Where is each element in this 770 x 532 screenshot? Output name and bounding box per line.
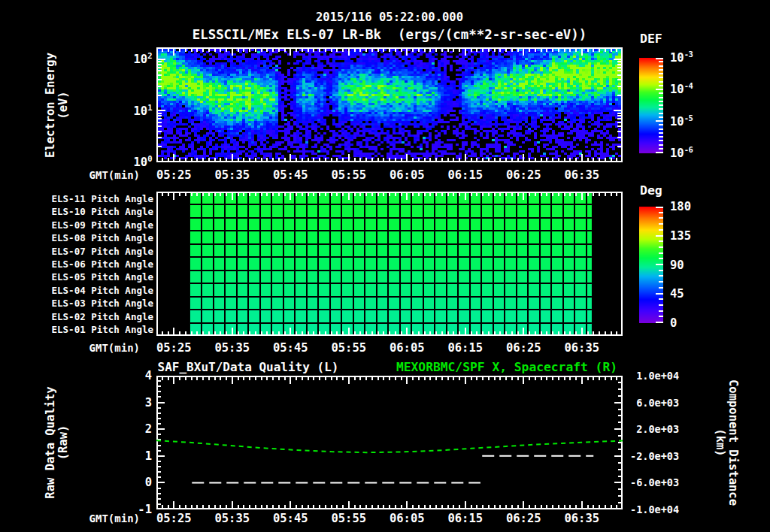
def-colorbar-tick: 10-3 (670, 51, 693, 65)
deg-colorbar-title: Deg (640, 183, 662, 198)
pitch-row-label: ELS-11 Pitch Angle (0, 192, 153, 204)
pitch-row-label: ELS-06 Pitch Angle (0, 258, 153, 269)
deg-colorbar-tick: 180 (670, 200, 691, 213)
def-colorbar (639, 58, 663, 153)
xtick-label: 05:25 (147, 512, 200, 525)
xtick-label: 05:55 (323, 341, 375, 355)
def-colorbar-tick: 10-6 (670, 147, 693, 160)
quality-ytick: -1 (98, 503, 152, 516)
deg-colorbar-tick: 135 (670, 229, 691, 243)
def-colorbar-tick: 10-5 (670, 115, 693, 128)
xtick-label: 06:15 (439, 341, 492, 355)
page: 2015/116 05:22:00.000 ELSSCIL/MEx ELS-07… (0, 0, 770, 532)
deg-colorbar (639, 207, 663, 323)
xtick-label: 05:35 (206, 168, 259, 182)
xtick-label: 05:35 (206, 341, 259, 355)
electron-energy-spectrogram-canvas (156, 47, 623, 162)
distance-ytick: -2.0e+03 (630, 450, 679, 462)
xtick-label: 06:05 (380, 341, 433, 355)
quality-ytick: 2 (98, 422, 152, 436)
xtick-label: 05:45 (264, 341, 317, 355)
energy-ylabel: Electron Energy(eV) (44, 53, 70, 158)
xtick-label: 05:25 (147, 168, 200, 182)
distance-ytick: 1.0e+04 (630, 370, 679, 382)
xtick-label: 06:15 (439, 512, 492, 525)
pitch-angle-canvas (156, 192, 623, 336)
distance-ylabel: Component Distance(km) (714, 379, 739, 506)
distance-ytick: -1.0e+04 (630, 503, 679, 515)
pitch-row-label: ELS-05 Pitch Angle (0, 271, 153, 283)
distance-ytick: 6.0e+03 (630, 397, 679, 409)
quality-title-right: MEXORBMC/SPF X, Spacecraft (R) (387, 360, 626, 374)
xtick-label: 05:45 (264, 512, 317, 525)
deg-colorbar-tick: 0 (670, 316, 677, 330)
xtick-label: 05:45 (264, 168, 317, 182)
xtick-label: 06:25 (497, 512, 550, 525)
energy-ytick: 100 (98, 156, 152, 169)
deg-colorbar-tick: 45 (670, 287, 684, 301)
xtick-label: 06:05 (380, 168, 433, 182)
pitch-row-label: ELS-04 Pitch Angle (0, 284, 153, 295)
pitch-row-label: ELS-07 Pitch Angle (0, 245, 153, 256)
xtick-label: 05:25 (147, 341, 200, 355)
title-units: (ergs/(cm**2-sr-sec-eV)) (398, 27, 587, 42)
pitch-row-label: ELS-08 Pitch Angle (0, 232, 153, 243)
title-line2: ELSSCIL/MEx ELS-07 LR-Bk(ergs/(cm**2-sr-… (156, 27, 623, 42)
title-datetime: 2015/116 05:22:00.000 (156, 11, 623, 24)
def-colorbar-tick: 10-4 (670, 83, 693, 96)
quality-ytick: 4 (98, 369, 152, 382)
energy-ytick: 101 (98, 104, 152, 118)
xtick-label: 06:35 (556, 512, 608, 525)
xtick-label: 06:05 (380, 512, 433, 525)
quality-canvas (156, 376, 623, 509)
quality-ytick: 1 (98, 449, 152, 463)
energy-ytick: 102 (98, 53, 152, 66)
pitch-row-label: ELS-09 Pitch Angle (0, 219, 153, 230)
distance-ytick: 2.0e+03 (630, 423, 679, 435)
title-instrument: ELSSCIL/MEx ELS-07 LR-Bk (192, 27, 381, 42)
quality-ytick: 3 (98, 396, 152, 410)
xtick-label: 05:35 (206, 512, 259, 525)
xtick-label: 06:35 (556, 341, 608, 355)
def-colorbar-title: DEF (640, 32, 662, 46)
xtick-label: 06:15 (439, 168, 492, 182)
xtick-label: 06:25 (497, 341, 550, 355)
quality-ylabel: Raw Data Quality(Raw) (44, 386, 70, 498)
pitch-row-label: ELS-03 Pitch Angle (0, 298, 153, 309)
deg-colorbar-tick: 90 (670, 258, 684, 272)
xtick-label: 05:55 (323, 168, 375, 182)
xtick-label: 06:25 (497, 168, 550, 182)
pitch-row-label: ELS-10 Pitch Angle (0, 206, 153, 217)
xtick-label: 06:35 (556, 168, 608, 182)
quality-title-left: SAF_BXuT/Data Quality (L) (156, 360, 340, 374)
distance-ytick: -6.0e+03 (630, 476, 679, 488)
gmt-axis-label: GMT(min) (68, 169, 140, 181)
gmt-axis-label: GMT(min) (68, 342, 140, 354)
pitch-row-label: ELS-02 Pitch Angle (0, 310, 153, 322)
quality-ytick: 0 (98, 476, 152, 489)
pitch-row-label: ELS-01 Pitch Angle (0, 324, 153, 335)
xtick-label: 05:55 (323, 512, 375, 525)
